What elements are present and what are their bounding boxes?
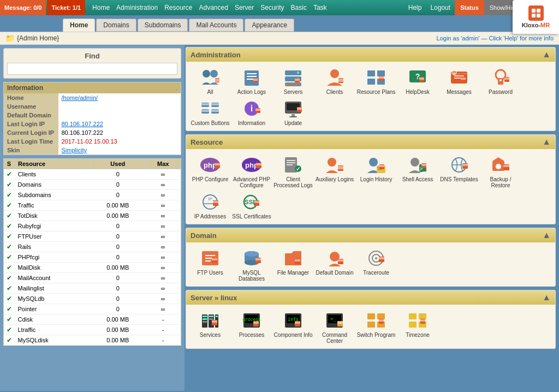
nav-security[interactable]: Security [258, 3, 287, 13]
icon-login-history[interactable]: Login History [356, 153, 396, 188]
field-value-home[interactable]: /home/admin/ [58, 93, 181, 102]
col-max: Max [145, 159, 181, 169]
icon-all[interactable]: All [191, 66, 230, 95]
resource-max: - [145, 335, 181, 346]
nav-advanced[interactable]: Advanced [197, 3, 231, 13]
find-box: Find [3, 48, 181, 79]
nav-resource[interactable]: Resource [162, 3, 195, 13]
domain-section-header: Domain ▲ [186, 228, 555, 242]
icon-command-center[interactable]: >_ Command Center [315, 309, 354, 344]
info-header: Information [4, 82, 58, 94]
admin-collapse-btn[interactable]: ▲ [542, 50, 551, 60]
icon-switch-program[interactable]: Switch Program [356, 309, 396, 344]
resource-used: 0 [90, 231, 145, 242]
icon-php-configure[interactable]: php PHP Configure [191, 153, 230, 188]
icon-resource-plans[interactable]: Resource Plans [356, 66, 396, 95]
icon-processes[interactable]: process Processes [232, 309, 271, 344]
field-label-username: Username [4, 102, 58, 111]
resource-used: 0 [90, 242, 145, 252]
tab-mail-accounts[interactable]: Mail Accounts [189, 19, 243, 32]
icon-component-info-label: Component Info [273, 332, 312, 338]
icon-file-manager[interactable]: File Manager [273, 247, 313, 282]
icon-advanced-php[interactable]: php Advanced PHP Configure [232, 153, 271, 188]
resource-max: ∞ [145, 283, 181, 294]
resource-collapse-btn[interactable]: ▲ [542, 137, 551, 147]
resource-max: ∞ [145, 304, 181, 314]
icon-mysql-databases[interactable]: MySQL Databases [232, 247, 271, 282]
icon-client-logs-label: Client Processed Logs [273, 176, 313, 188]
icon-processes-label: Processes [239, 332, 265, 338]
resource-name: FTPUser [15, 231, 91, 242]
nav-server[interactable]: Server [232, 3, 257, 13]
check-icon: ✔ [7, 305, 12, 313]
icon-ip-addresses[interactable]: IP IP Addresses [191, 191, 230, 219]
icon-password[interactable]: Password [481, 66, 520, 95]
find-title: Find [7, 52, 177, 60]
icon-default-domain[interactable]: Default Domain [315, 247, 354, 282]
col-status: S [4, 159, 15, 169]
help-link[interactable]: Help [404, 0, 426, 15]
server-collapse-btn[interactable]: ▲ [542, 293, 551, 302]
icon-information[interactable]: i Information [232, 97, 271, 126]
svg-point-4 [203, 70, 210, 78]
svg-rect-32 [367, 79, 375, 85]
field-value-last-ip[interactable]: 80.106.107.222 [58, 120, 181, 128]
icon-update[interactable]: Update [273, 97, 313, 126]
resource-table-row: ✔ Mailinglist 0 ∞ [4, 283, 181, 294]
logout-link[interactable]: Logout [426, 0, 455, 15]
svg-point-5 [210, 70, 218, 78]
icon-ftp-users[interactable]: FTP Users [191, 247, 230, 282]
icon-ssl-certificates[interactable]: SSL SSL Certificates [232, 191, 271, 219]
icon-helpdesk[interactable]: ? HelpDesk [398, 66, 437, 95]
icon-aux-logins[interactable]: Auxiliary Logins [315, 153, 354, 188]
icon-traceroute[interactable]: Traceroute [356, 247, 396, 282]
icon-messages[interactable]: 1 Messages [439, 66, 479, 95]
icon-backup-restore-label: Backup / Restore [481, 176, 520, 188]
check-icon: ✔ [7, 243, 12, 251]
icon-component-info[interactable]: info Component Info [273, 309, 313, 344]
resource-table-row: ✔ Rubyfcgi 0 ∞ [4, 221, 181, 231]
resource-table-row: ✔ Ltraffic 0.00 MB - [4, 325, 181, 335]
resource-max: - [145, 314, 181, 325]
check-icon: ✔ [7, 316, 12, 323]
icon-action-logs-label: Action Logs [237, 89, 266, 95]
nav-task[interactable]: Task [311, 3, 330, 13]
information-table: Information . Home /home/admin/ Username… [3, 82, 181, 155]
field-label-last-ip: Last Login IP [4, 120, 58, 128]
col-used: Used [90, 159, 145, 169]
icon-dns-templates[interactable]: DNS Templates [439, 153, 479, 188]
check-icon: ✔ [7, 191, 12, 199]
resource-max: ∞ [145, 190, 181, 200]
icon-custom-buttons[interactable]: Custom Buttons [191, 97, 230, 126]
domain-collapse-btn[interactable]: ▲ [542, 230, 551, 240]
resource-name: MySQLdisk [15, 335, 91, 346]
tab-home[interactable]: Home [63, 19, 95, 32]
icon-servers[interactable]: Servers [273, 66, 313, 95]
resource-table-row: ✔ PHPfcgi 0 ∞ [4, 252, 181, 263]
tab-appearance[interactable]: Appearance [245, 19, 294, 32]
svg-rect-77 [289, 116, 297, 117]
folder-icon: 📁 [5, 34, 15, 43]
resource-table: S Resource Used Max ✔ Clients 0 ∞ ✔ Doma… [3, 158, 181, 346]
icon-clients[interactable]: Clients [315, 66, 354, 95]
icon-timezone[interactable]: Timezone [398, 309, 437, 344]
tab-subdomains[interactable]: Subdomains [138, 19, 188, 32]
nav-home[interactable]: Home [90, 3, 112, 13]
tab-domains[interactable]: Domains [96, 19, 136, 32]
find-input[interactable] [7, 63, 177, 75]
resource-table-row: ✔ MySQLdisk 0.00 MB - [4, 335, 181, 346]
logo-text: Kloxo-MR [522, 22, 550, 28]
status-button[interactable]: Status [455, 0, 484, 15]
icon-backup-restore[interactable]: Backup / Restore [481, 153, 520, 188]
svg-text:IP: IP [208, 197, 212, 201]
svg-rect-196 [367, 322, 375, 328]
icon-shell-access[interactable]: >_ Shell Access [398, 153, 437, 188]
nav-basic[interactable]: Basic [288, 3, 310, 13]
nav-administration[interactable]: Administration [114, 3, 160, 13]
logo: Kloxo-MR [513, 0, 559, 34]
icon-action-logs[interactable]: Action Logs [232, 66, 271, 95]
field-value-skin[interactable]: Simplicity [58, 146, 181, 155]
svg-text:?: ? [415, 72, 420, 81]
icon-services[interactable]: Services [191, 309, 230, 344]
icon-client-logs[interactable]: ✓ Client Processed Logs [273, 153, 313, 188]
